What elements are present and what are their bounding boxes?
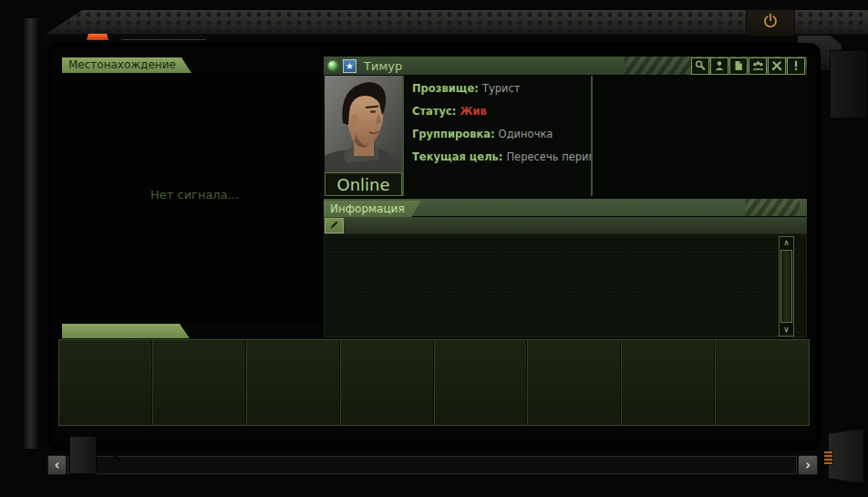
contact-portrait	[325, 76, 402, 172]
scroll-right-button[interactable]: ›	[798, 455, 818, 475]
info-scrollbar[interactable]: ∧ ∨	[779, 236, 794, 337]
chevron-right-icon: ›	[805, 457, 811, 473]
map-view[interactable]: Нет сигнала...	[58, 74, 323, 324]
power-button[interactable]	[746, 9, 795, 36]
inventory-slot[interactable]	[153, 340, 247, 425]
chevron-down-icon: ∨	[783, 325, 790, 334]
alert-icon[interactable]	[787, 57, 805, 75]
contact-extra-pane	[593, 76, 807, 196]
tab-information-label: Информация	[330, 202, 405, 215]
inventory-slot[interactable]	[622, 340, 716, 425]
portrait-divider	[402, 76, 404, 196]
device-spring	[823, 450, 833, 465]
bottom-scrollbar-track[interactable]	[67, 456, 797, 474]
field-faction-label: Группировка:	[412, 128, 495, 140]
device-frame-left	[24, 18, 38, 449]
inventory-slot[interactable]	[247, 340, 341, 425]
inventory-slot[interactable]	[716, 340, 809, 425]
info-edit-row	[324, 217, 807, 234]
person-icon[interactable]	[710, 57, 728, 75]
no-signal-text: Нет сигнала...	[150, 188, 239, 202]
pda-device: Местонахождение Нет сигнала... ★ Тимур	[0, 0, 868, 497]
contact-name: Тимур	[364, 59, 402, 73]
search-icon[interactable]	[691, 57, 709, 75]
contact-header: ★ Тимур	[324, 57, 807, 75]
inventory-slot[interactable]	[435, 340, 529, 425]
scrollbar-thumb[interactable]	[780, 250, 792, 323]
info-text-area[interactable]	[324, 235, 807, 337]
status-led	[87, 34, 108, 40]
online-status-box: Online	[325, 172, 402, 196]
contact-toolbar	[691, 57, 805, 75]
info-header: Информация	[324, 199, 807, 216]
field-goal: Текущая цель:Пересечь периметр	[412, 150, 590, 163]
tab-location[interactable]: Местонахождение	[62, 57, 191, 73]
power-icon	[761, 12, 780, 34]
online-orb-icon	[328, 61, 337, 70]
field-status-label: Статус:	[412, 105, 456, 118]
contact-details: Прозвище:Турист Статус:Жив Группировка:О…	[404, 76, 590, 196]
scroll-down-button[interactable]: ∨	[780, 324, 793, 336]
field-faction: Группировка:Одиночка	[412, 128, 590, 140]
device-hinge-top-right	[830, 50, 868, 119]
field-faction-value: Одиночка	[499, 128, 553, 140]
chevron-left-icon: ‹	[54, 457, 59, 473]
field-nickname-value: Турист	[482, 82, 521, 95]
scissors-icon[interactable]	[768, 57, 786, 75]
edit-note-button[interactable]	[325, 218, 344, 233]
device-hinge-right	[828, 429, 864, 483]
device-bezel-top	[44, 10, 868, 36]
field-nickname-label: Прозвище:	[412, 82, 479, 95]
document-icon[interactable]	[729, 57, 748, 75]
info-header-stripes	[745, 199, 800, 216]
inventory-slot[interactable]	[341, 340, 435, 425]
field-status: Статус:Жив	[412, 105, 590, 118]
scroll-up-button[interactable]: ∧	[780, 237, 793, 249]
pencil-icon	[328, 217, 340, 234]
tab-location-footer[interactable]	[62, 324, 190, 338]
chevron-up-icon: ∧	[783, 238, 790, 247]
favorite-star-icon: ★	[343, 59, 356, 73]
field-nickname: Прозвище:Турист	[412, 82, 590, 95]
inventory-slot[interactable]	[528, 340, 622, 425]
inventory-slot[interactable]	[59, 340, 153, 425]
field-goal-label: Текущая цель:	[412, 150, 502, 163]
group-icon[interactable]	[749, 57, 767, 75]
tab-information[interactable]: Информация	[324, 201, 421, 218]
bottom-slot-bar	[58, 339, 810, 426]
scroll-left-button[interactable]: ‹	[47, 455, 67, 475]
speaker-slot	[120, 35, 207, 40]
device-hinge-bottom-left	[69, 436, 97, 474]
online-status-label: Online	[336, 175, 389, 194]
tab-location-label: Местонахождение	[68, 58, 176, 71]
field-status-value: Жив	[460, 105, 486, 118]
